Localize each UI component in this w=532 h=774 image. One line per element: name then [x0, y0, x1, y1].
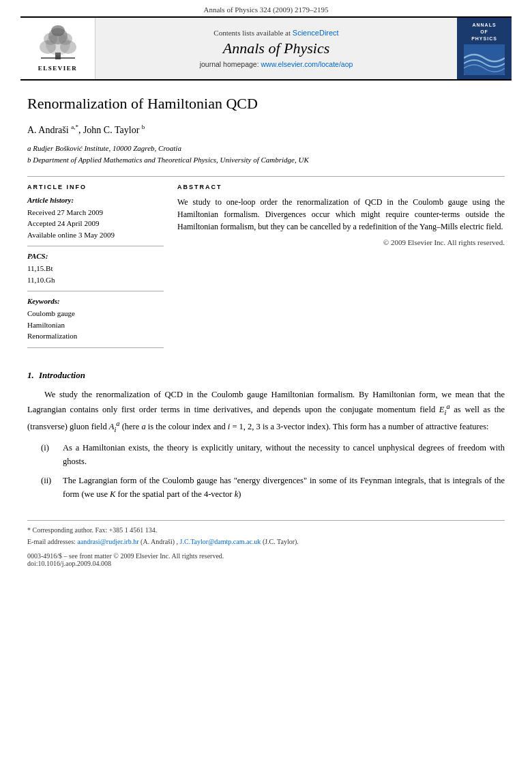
pacs-section: PACS: 11,15.Bt 11,10.Gh [27, 252, 164, 285]
contents-label: Contents lists available at [213, 29, 292, 37]
issn-line-1: 0003-4916/$ – see front matter © 2009 El… [27, 552, 505, 560]
bullet-list: (i) As a Hamiltonian exists, the theory … [41, 441, 505, 501]
journal-header: ELSEVIER Contents lists available at Sci… [20, 18, 512, 81]
annals-logo-wave-icon [464, 44, 505, 75]
affiliations: a Rudjer Bošković Institute, 10000 Zagre… [27, 143, 505, 167]
accepted-line: Accepted 24 April 2009 [27, 218, 164, 229]
main-content: Renormalization of Hamiltonian QCD A. An… [0, 81, 532, 513]
email-1-link[interactable]: aandrasi@rudjer.irb.hr [77, 538, 138, 545]
issn-block: 0003-4916/$ – see front matter © 2009 El… [0, 552, 532, 567]
top-citation: Annals of Physics 324 (2009) 2179–2195 [0, 0, 532, 16]
email-2-link[interactable]: J.C.Taylor@damtp.cam.ac.uk [180, 538, 261, 545]
info-divider-2 [27, 291, 164, 291]
issn-line-2: doi:10.1016/j.aop.2009.04.008 [27, 560, 505, 567]
homepage-label: journal homepage: [200, 60, 261, 68]
section-title-introduction: 1. Introduction [27, 370, 505, 381]
intro-paragraph-1: We study the renormalization of QCD in t… [27, 388, 505, 436]
abstract-column: ABSTRACT We study to one-loop order the … [177, 184, 505, 354]
svg-point-7 [51, 25, 65, 36]
annals-logo-image [464, 44, 505, 75]
email-label: E-mail addresses: [27, 538, 77, 545]
journal-homepage: journal homepage: www.elsevier.com/locat… [200, 60, 353, 68]
bullet-text-i: As a Hamiltonian exists, the theory is e… [63, 441, 505, 468]
email-2-name: (J.C. Taylor). [263, 538, 299, 545]
article-info-abstract: ARTICLE INFO Article history: Received 2… [27, 176, 505, 354]
bullet-label-i: (i) [41, 441, 57, 468]
affiliation-a: a Rudjer Bošković Institute, 10000 Zagre… [27, 143, 505, 155]
page: Annals of Physics 324 (2009) 2179–2195 E… [0, 0, 532, 774]
affiliation-b: b Department of Applied Mathematics and … [27, 154, 505, 167]
abstract-title: ABSTRACT [177, 184, 505, 190]
email-line: E-mail addresses: aandrasi@rudjer.irb.hr… [27, 536, 505, 547]
article-info-column: ARTICLE INFO Article history: Received 2… [27, 184, 164, 354]
pacs-label: PACS: [27, 252, 164, 260]
science-direct-link[interactable]: ScienceDirect [293, 29, 339, 37]
available-online-line: Available online 3 May 2009 [27, 229, 164, 241]
bullet-item-ii: (ii) The Lagrangian form of the Coulomb … [41, 474, 505, 501]
authors-line: A. Andraši a,*, John C. Taylor b [27, 124, 505, 136]
citation-text: Annals of Physics 324 (2009) 2179–2195 [203, 5, 328, 14]
info-divider-3 [27, 347, 164, 348]
science-direct-line: Contents lists available at ScienceDirec… [213, 29, 338, 37]
journal-title: Annals of Physics [223, 40, 329, 57]
elsevier-brand-text: ELSEVIER [38, 65, 78, 72]
keyword-2: Hamiltonian [27, 319, 164, 331]
info-divider-1 [27, 246, 164, 246]
email-1-name: (A. Andraši) [141, 538, 175, 545]
keywords-label: Keywords: [27, 297, 164, 305]
homepage-url[interactable]: www.elsevier.com/locate/aop [261, 60, 353, 68]
annals-physics-logo: ANNALS OF PHYSICS [457, 18, 512, 79]
elsevier-logo: ELSEVIER [20, 18, 95, 79]
bullet-item-i: (i) As a Hamiltonian exists, the theory … [41, 441, 505, 468]
article-history-label: Article history: [27, 196, 164, 204]
introduction-section: 1. Introduction We study the renormaliza… [27, 370, 505, 502]
section-number: 1. [27, 370, 34, 380]
bullet-label-ii: (ii) [41, 474, 57, 501]
keywords-section: Keywords: Coulomb gauge Hamiltonian Reno… [27, 297, 164, 342]
annals-logo-text: ANNALS OF PHYSICS [471, 22, 497, 42]
corresponding-author-line: * Corresponding author. Fax: +385 1 4561… [27, 525, 505, 535]
authors-text: A. Andraši a,*, John C. Taylor b [27, 125, 145, 135]
abstract-text: We study to one-loop order the renormali… [177, 196, 505, 233]
article-info-title: ARTICLE INFO [27, 184, 164, 190]
corresponding-label: * Corresponding author. Fax: +385 1 4561… [27, 526, 157, 534]
pacs-2: 11,10.Gh [27, 274, 164, 286]
elsevier-tree-icon [34, 25, 82, 63]
pacs-1: 11,15.Bt [27, 263, 164, 274]
bullet-text-ii: The Lagrangian form of the Coulomb gauge… [63, 474, 505, 501]
received-line: Received 27 March 2009 [27, 207, 164, 218]
svg-rect-9 [464, 44, 505, 75]
copyright-line: © 2009 Elsevier Inc. All rights reserved… [177, 238, 505, 246]
paper-title: Renormalization of Hamiltonian QCD [27, 94, 505, 114]
section-label: Introduction [39, 370, 85, 380]
journal-center: Contents lists available at ScienceDirec… [95, 18, 457, 79]
keyword-3: Renormalization [27, 330, 164, 342]
footer-divider [27, 520, 505, 521]
footnotes: * Corresponding author. Fax: +385 1 4561… [0, 525, 532, 547]
keyword-1: Coulomb gauge [27, 308, 164, 319]
